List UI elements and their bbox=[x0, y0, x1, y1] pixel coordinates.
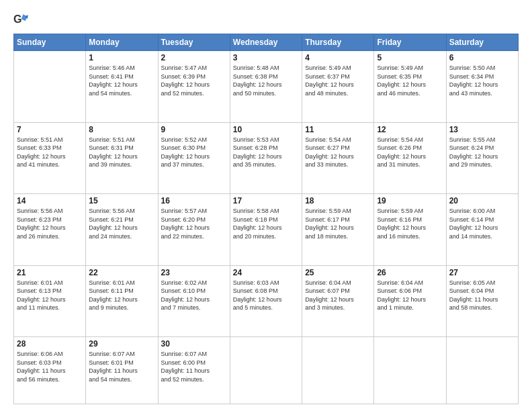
calendar-cell bbox=[374, 337, 446, 404]
day-info: Sunrise: 6:07 AM Sunset: 6:00 PM Dayligh… bbox=[161, 350, 227, 383]
day-info: Sunrise: 6:03 AM Sunset: 6:08 PM Dayligh… bbox=[233, 279, 299, 312]
calendar-row-2: 14Sunrise: 5:56 AM Sunset: 6:23 PM Dayli… bbox=[14, 194, 519, 266]
calendar-header-tuesday: Tuesday bbox=[158, 34, 230, 51]
calendar-header-wednesday: Wednesday bbox=[230, 34, 302, 51]
day-info: Sunrise: 5:48 AM Sunset: 6:38 PM Dayligh… bbox=[233, 64, 299, 97]
day-number: 17 bbox=[233, 196, 299, 205]
calendar-cell bbox=[14, 51, 86, 123]
calendar-cell: 10Sunrise: 5:53 AM Sunset: 6:28 PM Dayli… bbox=[230, 122, 302, 194]
day-info: Sunrise: 5:59 AM Sunset: 6:17 PM Dayligh… bbox=[305, 207, 371, 240]
day-number: 27 bbox=[449, 268, 515, 277]
day-info: Sunrise: 6:01 AM Sunset: 6:13 PM Dayligh… bbox=[17, 279, 83, 312]
day-info: Sunrise: 5:56 AM Sunset: 6:21 PM Dayligh… bbox=[89, 207, 154, 240]
day-number: 8 bbox=[89, 125, 154, 134]
calendar-cell: 20Sunrise: 6:00 AM Sunset: 6:14 PM Dayli… bbox=[446, 194, 518, 266]
calendar-header-sunday: Sunday bbox=[14, 34, 86, 51]
day-number: 10 bbox=[233, 125, 299, 134]
calendar-cell: 16Sunrise: 5:57 AM Sunset: 6:20 PM Dayli… bbox=[158, 194, 230, 266]
calendar-cell: 3Sunrise: 5:48 AM Sunset: 6:38 PM Daylig… bbox=[230, 51, 302, 123]
day-number: 9 bbox=[161, 125, 227, 134]
calendar-cell: 25Sunrise: 6:04 AM Sunset: 6:07 PM Dayli… bbox=[302, 265, 374, 337]
calendar-row-3: 21Sunrise: 6:01 AM Sunset: 6:13 PM Dayli… bbox=[14, 265, 519, 337]
calendar-cell: 26Sunrise: 6:04 AM Sunset: 6:06 PM Dayli… bbox=[374, 265, 446, 337]
calendar-cell: 23Sunrise: 6:02 AM Sunset: 6:10 PM Dayli… bbox=[158, 265, 230, 337]
calendar-header-friday: Friday bbox=[374, 34, 446, 51]
calendar-cell bbox=[230, 337, 302, 404]
calendar-cell: 14Sunrise: 5:56 AM Sunset: 6:23 PM Dayli… bbox=[14, 194, 86, 266]
day-info: Sunrise: 5:52 AM Sunset: 6:30 PM Dayligh… bbox=[161, 136, 227, 169]
day-number: 24 bbox=[233, 268, 299, 277]
calendar-cell: 21Sunrise: 6:01 AM Sunset: 6:13 PM Dayli… bbox=[14, 265, 86, 337]
day-info: Sunrise: 5:46 AM Sunset: 6:41 PM Dayligh… bbox=[89, 64, 154, 97]
day-info: Sunrise: 5:51 AM Sunset: 6:31 PM Dayligh… bbox=[89, 136, 154, 169]
calendar-row-1: 7Sunrise: 5:51 AM Sunset: 6:33 PM Daylig… bbox=[14, 122, 519, 194]
calendar-header-row: SundayMondayTuesdayWednesdayThursdayFrid… bbox=[14, 34, 519, 51]
day-number: 13 bbox=[449, 125, 515, 134]
calendar-cell: 17Sunrise: 5:58 AM Sunset: 6:18 PM Dayli… bbox=[230, 194, 302, 266]
day-info: Sunrise: 5:56 AM Sunset: 6:23 PM Dayligh… bbox=[17, 207, 83, 240]
day-number: 30 bbox=[161, 339, 227, 349]
day-info: Sunrise: 6:01 AM Sunset: 6:11 PM Dayligh… bbox=[89, 279, 154, 312]
day-info: Sunrise: 6:04 AM Sunset: 6:07 PM Dayligh… bbox=[305, 279, 371, 312]
calendar-header-monday: Monday bbox=[86, 34, 158, 51]
day-info: Sunrise: 5:47 AM Sunset: 6:39 PM Dayligh… bbox=[161, 64, 227, 97]
day-number: 16 bbox=[161, 196, 227, 205]
calendar-cell bbox=[302, 337, 374, 404]
calendar-cell bbox=[446, 337, 518, 404]
day-info: Sunrise: 5:49 AM Sunset: 6:35 PM Dayligh… bbox=[377, 64, 443, 97]
day-number: 4 bbox=[305, 53, 371, 62]
calendar-cell: 7Sunrise: 5:51 AM Sunset: 6:33 PM Daylig… bbox=[14, 122, 86, 194]
calendar-cell: 28Sunrise: 6:06 AM Sunset: 6:03 PM Dayli… bbox=[14, 337, 86, 404]
day-number: 12 bbox=[377, 125, 443, 134]
logo-icon: G bbox=[13, 12, 28, 27]
header: G bbox=[13, 12, 519, 27]
calendar-cell: 22Sunrise: 6:01 AM Sunset: 6:11 PM Dayli… bbox=[86, 265, 158, 337]
calendar-cell: 15Sunrise: 5:56 AM Sunset: 6:21 PM Dayli… bbox=[86, 194, 158, 266]
day-number: 21 bbox=[17, 268, 83, 277]
day-info: Sunrise: 6:07 AM Sunset: 6:01 PM Dayligh… bbox=[89, 350, 154, 383]
calendar-cell: 18Sunrise: 5:59 AM Sunset: 6:17 PM Dayli… bbox=[302, 194, 374, 266]
day-number: 26 bbox=[377, 268, 443, 277]
day-info: Sunrise: 5:51 AM Sunset: 6:33 PM Dayligh… bbox=[17, 136, 83, 169]
day-number: 18 bbox=[305, 196, 371, 205]
calendar-cell: 29Sunrise: 6:07 AM Sunset: 6:01 PM Dayli… bbox=[86, 337, 158, 404]
day-number: 20 bbox=[449, 196, 515, 205]
calendar-header-saturday: Saturday bbox=[446, 34, 518, 51]
day-info: Sunrise: 5:49 AM Sunset: 6:37 PM Dayligh… bbox=[305, 64, 371, 97]
day-number: 23 bbox=[161, 268, 227, 277]
day-number: 1 bbox=[89, 53, 154, 62]
day-info: Sunrise: 5:58 AM Sunset: 6:18 PM Dayligh… bbox=[233, 207, 299, 240]
day-number: 28 bbox=[17, 339, 83, 349]
day-info: Sunrise: 6:05 AM Sunset: 6:04 PM Dayligh… bbox=[449, 279, 515, 312]
calendar-cell: 6Sunrise: 5:50 AM Sunset: 6:34 PM Daylig… bbox=[446, 51, 518, 123]
day-number: 29 bbox=[89, 339, 154, 349]
day-number: 5 bbox=[377, 53, 443, 62]
day-info: Sunrise: 5:50 AM Sunset: 6:34 PM Dayligh… bbox=[449, 64, 515, 97]
day-number: 22 bbox=[89, 268, 154, 277]
calendar-cell: 13Sunrise: 5:55 AM Sunset: 6:24 PM Dayli… bbox=[446, 122, 518, 194]
calendar-cell: 4Sunrise: 5:49 AM Sunset: 6:37 PM Daylig… bbox=[302, 51, 374, 123]
svg-text:G: G bbox=[13, 13, 22, 25]
day-info: Sunrise: 5:54 AM Sunset: 6:26 PM Dayligh… bbox=[377, 136, 443, 169]
calendar-cell: 9Sunrise: 5:52 AM Sunset: 6:30 PM Daylig… bbox=[158, 122, 230, 194]
calendar-cell: 1Sunrise: 5:46 AM Sunset: 6:41 PM Daylig… bbox=[86, 51, 158, 123]
calendar-table: SundayMondayTuesdayWednesdayThursdayFrid… bbox=[13, 34, 519, 404]
calendar-cell: 8Sunrise: 5:51 AM Sunset: 6:31 PM Daylig… bbox=[86, 122, 158, 194]
day-info: Sunrise: 5:59 AM Sunset: 6:16 PM Dayligh… bbox=[377, 207, 443, 240]
calendar-cell: 2Sunrise: 5:47 AM Sunset: 6:39 PM Daylig… bbox=[158, 51, 230, 123]
calendar-row-4: 28Sunrise: 6:06 AM Sunset: 6:03 PM Dayli… bbox=[14, 337, 519, 404]
day-info: Sunrise: 6:00 AM Sunset: 6:14 PM Dayligh… bbox=[449, 207, 515, 240]
calendar-cell: 19Sunrise: 5:59 AM Sunset: 6:16 PM Dayli… bbox=[374, 194, 446, 266]
day-info: Sunrise: 6:02 AM Sunset: 6:10 PM Dayligh… bbox=[161, 279, 227, 312]
calendar-cell: 5Sunrise: 5:49 AM Sunset: 6:35 PM Daylig… bbox=[374, 51, 446, 123]
calendar-row-0: 1Sunrise: 5:46 AM Sunset: 6:41 PM Daylig… bbox=[14, 51, 519, 123]
day-info: Sunrise: 5:57 AM Sunset: 6:20 PM Dayligh… bbox=[161, 207, 227, 240]
day-number: 6 bbox=[449, 53, 515, 62]
calendar-cell: 11Sunrise: 5:54 AM Sunset: 6:27 PM Dayli… bbox=[302, 122, 374, 194]
day-info: Sunrise: 6:04 AM Sunset: 6:06 PM Dayligh… bbox=[377, 279, 443, 312]
calendar-cell: 24Sunrise: 6:03 AM Sunset: 6:08 PM Dayli… bbox=[230, 265, 302, 337]
day-number: 19 bbox=[377, 196, 443, 205]
day-info: Sunrise: 6:06 AM Sunset: 6:03 PM Dayligh… bbox=[17, 350, 83, 383]
calendar-cell: 30Sunrise: 6:07 AM Sunset: 6:00 PM Dayli… bbox=[158, 337, 230, 404]
logo: G bbox=[13, 12, 31, 27]
